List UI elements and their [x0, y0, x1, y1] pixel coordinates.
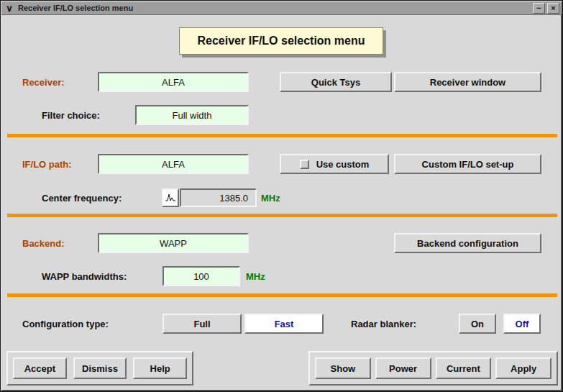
filter-choice-label: Filter choice: [42, 105, 100, 125]
minimize-button[interactable]: − [533, 3, 545, 14]
wapp-bandwidth-field[interactable]: 100 [163, 266, 240, 286]
center-frequency-field[interactable]: 1385.0 [180, 188, 257, 207]
use-custom-checkbox[interactable]: Use custom [280, 154, 389, 174]
center-frequency-label: Center frequency: [42, 188, 122, 208]
wapp-bandwidth-unit: MHz [246, 266, 265, 286]
separator [7, 293, 557, 297]
titlebar: ∨ Receiver IF/LO selection menu − × [1, 1, 562, 15]
backend-configuration-button[interactable]: Backend configuration [394, 233, 541, 253]
full-button[interactable]: Full [163, 314, 242, 334]
window-title: Receiver IF/LO selection menu [18, 4, 533, 12]
dialog-title: Receiver IF/LO selection menu [179, 27, 383, 55]
quick-tsys-button[interactable]: Quick Tsys [280, 72, 392, 92]
window: ∨ Receiver IF/LO selection menu − × Rece… [0, 0, 563, 392]
use-custom-label: Use custom [316, 159, 370, 170]
filter-choice-field[interactable]: Full width [135, 105, 249, 125]
separator [7, 214, 557, 217]
off-button[interactable]: Off [503, 314, 541, 334]
close-button[interactable]: × [547, 3, 559, 14]
action-frame-left: Accept Dismiss Help [6, 351, 193, 386]
power-button[interactable]: Power [375, 357, 431, 379]
apply-button[interactable]: Apply [495, 357, 551, 379]
spectrum-icon [165, 193, 176, 203]
backend-field[interactable]: WAPP [98, 233, 249, 253]
center-frequency-unit: MHz [261, 188, 280, 208]
accept-button[interactable]: Accept [13, 357, 67, 379]
spectrum-button[interactable] [162, 188, 179, 207]
on-button[interactable]: On [459, 314, 496, 334]
custom-iflo-setup-button[interactable]: Custom IF/LO set-up [394, 154, 541, 174]
backend-label: Backend: [22, 233, 65, 253]
show-button[interactable]: Show [315, 357, 371, 379]
receiver-label: Receiver: [22, 72, 65, 92]
separator [7, 134, 557, 137]
dismiss-button[interactable]: Dismiss [73, 357, 127, 379]
checkbox-indicator [300, 160, 309, 169]
help-button[interactable]: Help [133, 357, 187, 379]
window-menu-icon[interactable]: ∨ [4, 2, 15, 14]
current-button[interactable]: Current [436, 357, 492, 379]
action-frame-right: Show Power Current Apply [308, 351, 558, 386]
radar-blanker-label: Radar blanker: [351, 314, 416, 334]
receiver-window-button[interactable]: Receiver window [394, 72, 541, 92]
fast-button[interactable]: Fast [244, 314, 324, 334]
receiver-field[interactable]: ALFA [98, 72, 249, 92]
wapp-bandwidths-label: WAPP bandwidths: [42, 266, 127, 286]
iflo-path-label: IF/LO path: [22, 154, 72, 174]
iflo-path-field[interactable]: ALFA [98, 154, 249, 174]
configuration-type-label: Configuration type: [22, 314, 109, 334]
